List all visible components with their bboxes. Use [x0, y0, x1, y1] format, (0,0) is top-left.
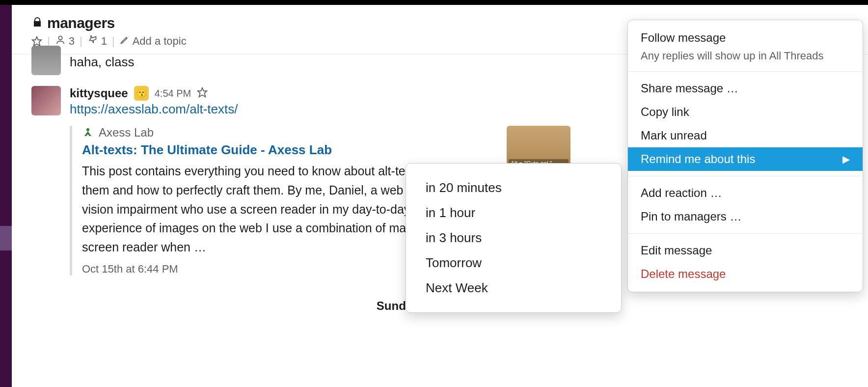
channel-name-row[interactable]: managers	[31, 15, 187, 31]
menu-item-label: Add reaction …	[641, 186, 722, 200]
menu-pin-to-channel[interactable]: Pin to managers …	[628, 205, 863, 228]
avatar[interactable]	[31, 46, 61, 75]
message-context-menu: Follow message Any replies will show up …	[627, 20, 863, 292]
svg-marker-0	[32, 37, 41, 46]
menu-follow-message[interactable]: Follow message	[628, 26, 863, 50]
svg-marker-6	[198, 88, 207, 97]
submenu-item-20min[interactable]: in 20 minutes	[406, 175, 621, 200]
avatar[interactable]	[31, 86, 61, 115]
menu-item-label: Delete message	[641, 267, 726, 281]
meta-separator: |	[80, 35, 82, 48]
kissing-face-icon: 😙	[134, 86, 149, 101]
remind-me-submenu: in 20 minutes in 1 hour in 3 hours Tomor…	[406, 163, 622, 313]
menu-item-label: Pin to managers …	[641, 210, 741, 223]
menu-delete-message[interactable]: Delete message	[628, 262, 863, 286]
channel-topic-button[interactable]: Add a topic	[120, 35, 187, 48]
submenu-item-1hour[interactable]: in 1 hour	[406, 200, 621, 225]
sidebar-active-indicator	[0, 226, 12, 250]
window-top-border	[0, 0, 868, 5]
channel-star-button[interactable]	[31, 36, 42, 47]
pencil-icon	[120, 35, 130, 48]
attachment-site-row: Axess Lab	[82, 126, 497, 139]
menu-item-label: Follow message	[641, 31, 726, 45]
menu-copy-link[interactable]: Copy link	[628, 100, 863, 124]
menu-share-message[interactable]: Share message …	[628, 77, 863, 100]
member-count-value: 3	[69, 35, 75, 48]
message-link[interactable]: https://axesslab.com/alt-texts/	[70, 102, 238, 116]
channel-name: managers	[47, 15, 115, 31]
attachment-title[interactable]: Alt-texts: The Ultimate Guide - Axess La…	[82, 142, 497, 158]
menu-item-label: Mark unread	[641, 129, 707, 142]
menu-mark-unread[interactable]: Mark unread	[628, 124, 863, 147]
star-message-button[interactable]	[197, 87, 208, 100]
menu-follow-subtext: Any replies will show up in All Threads	[628, 50, 863, 66]
pin-icon	[87, 34, 98, 48]
meta-separator: |	[112, 35, 115, 48]
menu-edit-message[interactable]: Edit message	[628, 239, 863, 262]
channel-pin-count[interactable]: 1	[87, 34, 107, 48]
site-favicon-icon	[82, 127, 94, 138]
message-timestamp[interactable]: 4:54 PM	[155, 88, 191, 99]
menu-divider	[628, 71, 863, 72]
submenu-item-3hours[interactable]: in 3 hours	[406, 225, 621, 250]
menu-remind-me[interactable]: Remind me about this ▶	[628, 147, 863, 171]
menu-divider	[628, 176, 863, 176]
channel-header-left: managers | 3 | 1	[31, 15, 187, 48]
sidebar-strip	[0, 5, 12, 387]
menu-divider	[628, 233, 863, 234]
topic-placeholder: Add a topic	[133, 35, 187, 48]
menu-add-reaction[interactable]: Add reaction …	[628, 181, 863, 205]
menu-item-label: Edit message	[641, 244, 712, 257]
chevron-right-icon: ▶	[842, 153, 850, 165]
lock-icon	[31, 16, 43, 30]
submenu-item-nextweek[interactable]: Next Week	[406, 276, 621, 301]
submenu-item-tomorrow[interactable]: Tomorrow	[406, 250, 621, 276]
menu-item-label: Remind me about this	[641, 152, 755, 166]
menu-item-label: Copy link	[641, 105, 689, 119]
attachment-site-name: Axess Lab	[99, 126, 154, 139]
pin-count-value: 1	[101, 35, 107, 48]
svg-point-7	[86, 128, 89, 131]
message-username[interactable]: kittysquee	[70, 86, 128, 100]
svg-point-1	[58, 36, 62, 40]
menu-item-label: Share message …	[641, 82, 738, 95]
